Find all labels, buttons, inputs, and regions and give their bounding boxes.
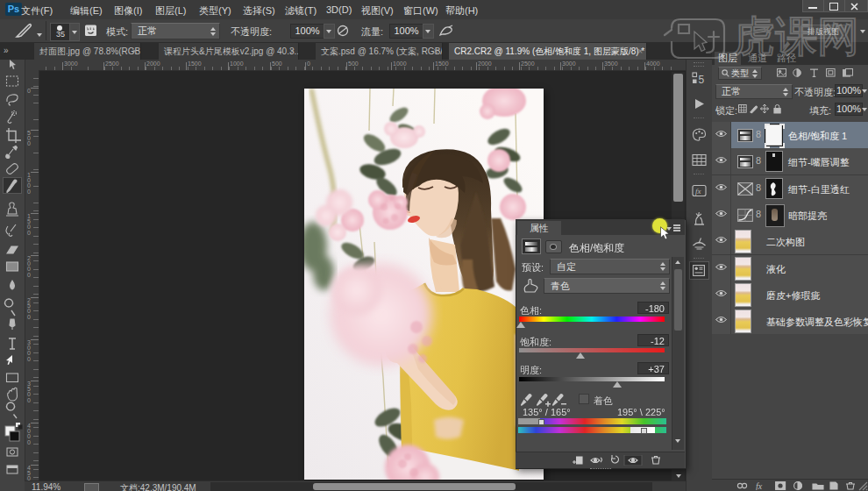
svg-text:fx: fx	[695, 187, 701, 196]
svg-text:fx: fx	[756, 481, 763, 490]
svg-text:5: 5	[699, 74, 705, 86]
